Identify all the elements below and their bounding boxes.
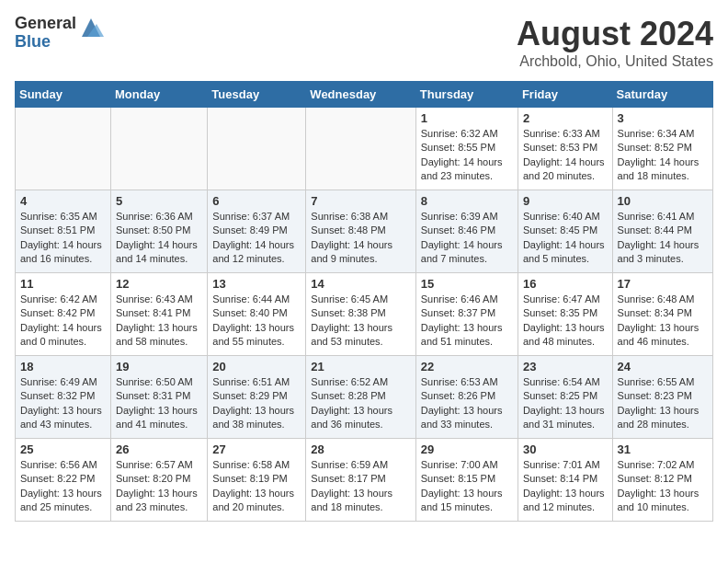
header-wednesday: Wednesday <box>306 82 415 108</box>
day-info: Sunrise: 6:37 AM Sunset: 8:49 PM Dayligh… <box>212 210 301 267</box>
calendar-cell <box>208 108 306 190</box>
day-info: Sunrise: 6:33 AM Sunset: 8:53 PM Dayligh… <box>523 127 608 184</box>
day-number: 11 <box>20 277 106 291</box>
calendar-cell: 16Sunrise: 6:47 AM Sunset: 8:35 PM Dayli… <box>518 273 612 356</box>
day-number: 26 <box>116 442 202 456</box>
day-number: 24 <box>618 360 708 373</box>
calendar-cell: 12Sunrise: 6:43 AM Sunset: 8:41 PM Dayli… <box>111 273 208 356</box>
calendar-cell: 30Sunrise: 7:01 AM Sunset: 8:14 PM Dayli… <box>518 439 612 522</box>
header-friday: Friday <box>518 82 612 108</box>
day-info: Sunrise: 6:46 AM Sunset: 8:37 PM Dayligh… <box>421 293 513 350</box>
day-info: Sunrise: 6:32 AM Sunset: 8:55 PM Dayligh… <box>421 127 513 184</box>
day-number: 3 <box>618 111 708 125</box>
calendar-cell <box>111 108 208 190</box>
logo-icon <box>78 15 104 40</box>
logo-blue-text: Blue <box>15 32 51 51</box>
day-number: 8 <box>421 194 513 208</box>
day-info: Sunrise: 6:49 AM Sunset: 8:32 PM Dayligh… <box>20 375 106 432</box>
calendar-header-row: SundayMondayTuesdayWednesdayThursdayFrid… <box>16 82 713 108</box>
day-number: 28 <box>311 442 410 456</box>
day-number: 12 <box>116 277 202 291</box>
day-info: Sunrise: 6:39 AM Sunset: 8:46 PM Dayligh… <box>421 210 513 267</box>
day-number: 13 <box>212 277 301 291</box>
day-info: Sunrise: 6:53 AM Sunset: 8:26 PM Dayligh… <box>421 375 513 432</box>
day-number: 18 <box>20 360 106 373</box>
calendar-cell: 6Sunrise: 6:37 AM Sunset: 8:49 PM Daylig… <box>208 190 306 273</box>
day-number: 25 <box>20 442 106 456</box>
calendar-week-5: 25Sunrise: 6:56 AM Sunset: 8:22 PM Dayli… <box>16 439 713 522</box>
title-area: August 2024 Archbold, Ohio, United State… <box>517 15 713 70</box>
day-number: 1 <box>421 111 513 125</box>
calendar-cell: 10Sunrise: 6:41 AM Sunset: 8:44 PM Dayli… <box>612 190 712 273</box>
day-number: 16 <box>523 277 608 291</box>
calendar-cell: 14Sunrise: 6:45 AM Sunset: 8:38 PM Dayli… <box>306 273 415 356</box>
day-info: Sunrise: 6:54 AM Sunset: 8:25 PM Dayligh… <box>523 375 608 432</box>
day-info: Sunrise: 6:35 AM Sunset: 8:51 PM Dayligh… <box>20 210 106 267</box>
day-info: Sunrise: 6:52 AM Sunset: 8:28 PM Dayligh… <box>311 375 410 432</box>
day-info: Sunrise: 6:34 AM Sunset: 8:52 PM Dayligh… <box>618 127 708 184</box>
day-number: 9 <box>523 194 608 208</box>
logo: General Blue <box>15 15 104 52</box>
day-number: 19 <box>116 360 202 373</box>
day-info: Sunrise: 6:50 AM Sunset: 8:31 PM Dayligh… <box>116 375 202 432</box>
calendar-cell: 24Sunrise: 6:55 AM Sunset: 8:23 PM Dayli… <box>612 356 712 439</box>
day-info: Sunrise: 6:47 AM Sunset: 8:35 PM Dayligh… <box>523 293 608 350</box>
calendar-week-1: 1Sunrise: 6:32 AM Sunset: 8:55 PM Daylig… <box>16 108 713 190</box>
calendar-cell: 28Sunrise: 6:59 AM Sunset: 8:17 PM Dayli… <box>306 439 415 522</box>
header-sunday: Sunday <box>16 82 111 108</box>
calendar-cell: 26Sunrise: 6:57 AM Sunset: 8:20 PM Dayli… <box>111 439 208 522</box>
day-number: 30 <box>523 442 608 456</box>
subtitle: Archbold, Ohio, United States <box>517 53 713 70</box>
day-number: 21 <box>311 360 410 373</box>
day-number: 15 <box>421 277 513 291</box>
day-info: Sunrise: 6:38 AM Sunset: 8:48 PM Dayligh… <box>311 210 410 267</box>
day-number: 20 <box>212 360 301 373</box>
day-info: Sunrise: 6:57 AM Sunset: 8:20 PM Dayligh… <box>116 458 202 515</box>
day-info: Sunrise: 6:55 AM Sunset: 8:23 PM Dayligh… <box>618 375 708 432</box>
header-monday: Monday <box>111 82 208 108</box>
calendar-week-4: 18Sunrise: 6:49 AM Sunset: 8:32 PM Dayli… <box>16 356 713 439</box>
calendar-cell: 9Sunrise: 6:40 AM Sunset: 8:45 PM Daylig… <box>518 190 612 273</box>
calendar-cell: 17Sunrise: 6:48 AM Sunset: 8:34 PM Dayli… <box>612 273 712 356</box>
day-info: Sunrise: 6:48 AM Sunset: 8:34 PM Dayligh… <box>618 293 708 350</box>
calendar-cell: 22Sunrise: 6:53 AM Sunset: 8:26 PM Dayli… <box>415 356 518 439</box>
calendar-cell: 23Sunrise: 6:54 AM Sunset: 8:25 PM Dayli… <box>518 356 612 439</box>
calendar-cell <box>16 108 111 190</box>
day-number: 17 <box>618 277 708 291</box>
day-info: Sunrise: 7:00 AM Sunset: 8:15 PM Dayligh… <box>421 458 513 515</box>
calendar-cell: 4Sunrise: 6:35 AM Sunset: 8:51 PM Daylig… <box>16 190 111 273</box>
calendar-cell <box>306 108 415 190</box>
page-header: General Blue August 2024 Archbold, Ohio,… <box>15 15 713 70</box>
calendar-cell: 5Sunrise: 6:36 AM Sunset: 8:50 PM Daylig… <box>111 190 208 273</box>
day-info: Sunrise: 7:01 AM Sunset: 8:14 PM Dayligh… <box>523 458 608 515</box>
day-info: Sunrise: 6:36 AM Sunset: 8:50 PM Dayligh… <box>116 210 202 267</box>
day-info: Sunrise: 6:44 AM Sunset: 8:40 PM Dayligh… <box>212 293 301 350</box>
day-number: 4 <box>20 194 106 208</box>
day-info: Sunrise: 6:59 AM Sunset: 8:17 PM Dayligh… <box>311 458 410 515</box>
calendar-cell: 18Sunrise: 6:49 AM Sunset: 8:32 PM Dayli… <box>16 356 111 439</box>
calendar-cell: 19Sunrise: 6:50 AM Sunset: 8:31 PM Dayli… <box>111 356 208 439</box>
day-number: 31 <box>618 442 708 456</box>
day-info: Sunrise: 6:41 AM Sunset: 8:44 PM Dayligh… <box>618 210 708 267</box>
day-info: Sunrise: 6:43 AM Sunset: 8:41 PM Dayligh… <box>116 293 202 350</box>
calendar-cell: 21Sunrise: 6:52 AM Sunset: 8:28 PM Dayli… <box>306 356 415 439</box>
day-number: 10 <box>618 194 708 208</box>
day-number: 2 <box>523 111 608 125</box>
day-info: Sunrise: 6:51 AM Sunset: 8:29 PM Dayligh… <box>212 375 301 432</box>
calendar-cell: 11Sunrise: 6:42 AM Sunset: 8:42 PM Dayli… <box>16 273 111 356</box>
day-number: 23 <box>523 360 608 373</box>
day-info: Sunrise: 6:40 AM Sunset: 8:45 PM Dayligh… <box>523 210 608 267</box>
calendar-cell: 15Sunrise: 6:46 AM Sunset: 8:37 PM Dayli… <box>415 273 518 356</box>
header-tuesday: Tuesday <box>208 82 306 108</box>
calendar-table: SundayMondayTuesdayWednesdayThursdayFrid… <box>15 81 713 522</box>
calendar-cell: 3Sunrise: 6:34 AM Sunset: 8:52 PM Daylig… <box>612 108 712 190</box>
day-number: 7 <box>311 194 410 208</box>
header-thursday: Thursday <box>415 82 518 108</box>
calendar-cell: 7Sunrise: 6:38 AM Sunset: 8:48 PM Daylig… <box>306 190 415 273</box>
calendar-cell: 8Sunrise: 6:39 AM Sunset: 8:46 PM Daylig… <box>415 190 518 273</box>
calendar-week-3: 11Sunrise: 6:42 AM Sunset: 8:42 PM Dayli… <box>16 273 713 356</box>
calendar-cell: 13Sunrise: 6:44 AM Sunset: 8:40 PM Dayli… <box>208 273 306 356</box>
calendar-cell: 29Sunrise: 7:00 AM Sunset: 8:15 PM Dayli… <box>415 439 518 522</box>
day-number: 6 <box>212 194 301 208</box>
calendar-cell: 2Sunrise: 6:33 AM Sunset: 8:53 PM Daylig… <box>518 108 612 190</box>
